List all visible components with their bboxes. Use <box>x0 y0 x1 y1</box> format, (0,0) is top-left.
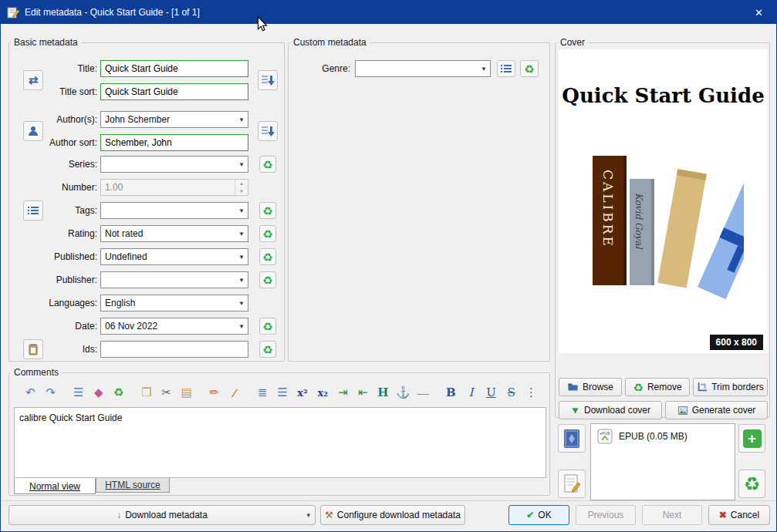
publisher-row: Publisher: ▾ <box>22 271 273 288</box>
clear-formatting-icon[interactable]: ♻ <box>110 383 127 402</box>
heading-icon[interactable]: H <box>374 383 392 402</box>
paste-icon[interactable]: ▤ <box>177 383 195 402</box>
undo-icon[interactable]: ↶ <box>22 383 39 402</box>
edit-metadata-dialog: Edit metadata - Quick Start Guide - [1 o… <box>0 0 777 532</box>
bold-icon[interactable]: B <box>442 383 460 402</box>
strikethrough-icon[interactable]: S <box>502 383 520 402</box>
authors-combo[interactable]: John Schember ▾ <box>100 111 248 128</box>
select-all-icon[interactable]: ☰ <box>69 383 87 402</box>
indent-less-icon[interactable]: ⇤ <box>354 383 372 402</box>
remove-format-button[interactable]: ♻ <box>738 470 765 498</box>
format-row-epub[interactable]: ePUB EPUB (0.05 MB) <box>591 424 735 449</box>
next-button[interactable]: Next <box>642 505 702 525</box>
chevron-down-icon: ▾ <box>478 65 490 72</box>
ok-button[interactable]: ✔ OK <box>508 505 569 525</box>
recycle-icon: ♻ <box>262 205 272 217</box>
configure-download-metadata-button[interactable]: ⚒ Configure download metadata <box>320 505 465 525</box>
previous-label: Previous <box>588 510 624 520</box>
menu-arrow-icon[interactable]: ▾ <box>306 511 310 519</box>
add-format-button[interactable]: + <box>738 424 765 453</box>
auto-author-sort-button[interactable] <box>258 121 278 141</box>
spinner-arrows[interactable]: ▴ ▾ <box>235 180 248 195</box>
tags-combo[interactable]: ▾ <box>100 202 248 219</box>
ids-input[interactable] <box>100 341 248 358</box>
copy-icon[interactable]: ❐ <box>137 383 155 402</box>
author-sort-input[interactable] <box>100 134 248 151</box>
set-cover-from-format-button[interactable] <box>558 424 586 453</box>
italic-icon[interactable]: I <box>462 383 480 402</box>
paste-identifier-button[interactable] <box>23 339 43 359</box>
list-editor-icon <box>500 62 512 75</box>
redo-icon[interactable]: ↷ <box>42 383 59 402</box>
swap-title-author-button[interactable]: ⇄ <box>23 70 43 90</box>
rating-clear-button[interactable]: ♻ <box>259 225 276 242</box>
authors-editor-button[interactable] <box>23 121 43 141</box>
date-clear-button[interactable]: ♻ <box>259 318 276 335</box>
cancel-button[interactable]: ✖ Cancel <box>708 505 770 525</box>
edit-metadata-from-format-button[interactable] <box>558 470 586 498</box>
title-sort-input[interactable] <box>100 83 248 100</box>
chevron-down-icon: ▾ <box>235 116 248 123</box>
formats-list[interactable]: ePUB EPUB (0.05 MB) <box>590 423 735 500</box>
remove-cover-button[interactable]: ♻ Remove <box>625 378 690 396</box>
ordered-list-icon[interactable]: ≣ <box>253 383 271 402</box>
trim-borders-button[interactable]: Trim borders <box>693 378 768 396</box>
plus-icon: + <box>743 429 762 448</box>
window-title: Edit metadata - Quick Start Guide - [1 o… <box>25 7 200 18</box>
browse-cover-button[interactable]: Browse <box>559 378 622 396</box>
rating-combo[interactable]: Not rated ▾ <box>100 225 248 242</box>
genre-combo[interactable]: ▾ <box>355 60 491 77</box>
auto-title-sort-button[interactable] <box>258 70 278 90</box>
title-input[interactable] <box>100 60 248 77</box>
superscript-icon[interactable]: x² <box>294 383 312 402</box>
tab-html-source[interactable]: HTML source <box>96 478 170 493</box>
languages-combo[interactable]: English ▾ <box>100 295 248 311</box>
tab-html-source-label: HTML source <box>105 480 160 490</box>
cover-image[interactable]: Quick Start Guide CALIBRE Kovid Goyal <box>559 49 768 353</box>
insert-link-icon[interactable]: ⚓ <box>394 383 412 402</box>
comments-editor[interactable]: calibre Quick Start Guide <box>14 407 546 478</box>
languages-value: English <box>101 298 235 308</box>
clean-text-icon[interactable]: ∕ <box>225 383 243 402</box>
underline-icon[interactable]: U <box>482 383 500 402</box>
download-metadata-button[interactable]: ↓ Download metadata ▾ <box>8 505 316 525</box>
cut-icon[interactable]: ✂ <box>157 383 175 402</box>
ids-clear-button[interactable]: ♻ <box>259 341 276 358</box>
check-icon: ✔ <box>526 510 534 520</box>
close-button[interactable]: ✕ <box>742 1 776 24</box>
chevron-down-icon: ▾ <box>235 253 248 261</box>
swap-icon: ⇄ <box>29 73 39 87</box>
tags-editor-button[interactable] <box>23 200 43 221</box>
published-row: Published: Undefined ▾ <box>22 248 273 265</box>
indent-more-icon[interactable]: ⇥ <box>334 383 352 402</box>
genre-clear-button[interactable]: ♻ <box>520 60 539 77</box>
date-combo[interactable]: 06 Nov 2022 ▾ <box>100 318 248 335</box>
date-row: Date: 06 Nov 2022 ▾ <box>22 318 273 335</box>
author-person-icon <box>27 125 39 137</box>
publisher-clear-button[interactable]: ♻ <box>259 271 276 288</box>
published-value: Undefined <box>101 251 235 262</box>
publisher-combo[interactable]: ▾ <box>100 271 248 288</box>
series-clear-button[interactable]: ♻ <box>259 156 276 173</box>
tags-clear-button[interactable]: ♻ <box>259 202 276 219</box>
smarten-punctuation-icon[interactable]: ✏ <box>205 383 223 402</box>
cover-book-title: Quick Start Guide <box>559 84 768 107</box>
series-combo[interactable]: ▾ <box>100 156 248 173</box>
tab-normal-view[interactable]: Normal view <box>14 478 96 494</box>
number-spinner[interactable]: 1.00 ▴ ▾ <box>100 179 248 196</box>
subscript-icon[interactable]: x₂ <box>314 383 332 402</box>
previous-button[interactable]: Previous <box>576 505 636 525</box>
genre-edit-list-button[interactable] <box>497 60 515 77</box>
remove-formatting-icon[interactable]: ◆ <box>90 383 107 402</box>
languages-label: Languages: <box>22 295 97 311</box>
published-combo[interactable]: Undefined ▾ <box>100 248 248 265</box>
toolbar-overflow-icon[interactable]: ⋮ <box>522 383 540 402</box>
spin-up-icon[interactable]: ▴ <box>235 180 248 187</box>
spin-down-icon[interactable]: ▾ <box>235 187 248 195</box>
download-cover-button[interactable]: Download cover <box>559 401 662 419</box>
generate-cover-button[interactable]: Generate cover <box>665 401 768 419</box>
title-sort-row: Title sort: <box>22 83 273 100</box>
horizontal-rule-icon[interactable]: — <box>414 383 432 402</box>
unordered-list-icon[interactable]: ☰ <box>274 383 292 402</box>
published-clear-button[interactable]: ♻ <box>259 248 276 265</box>
